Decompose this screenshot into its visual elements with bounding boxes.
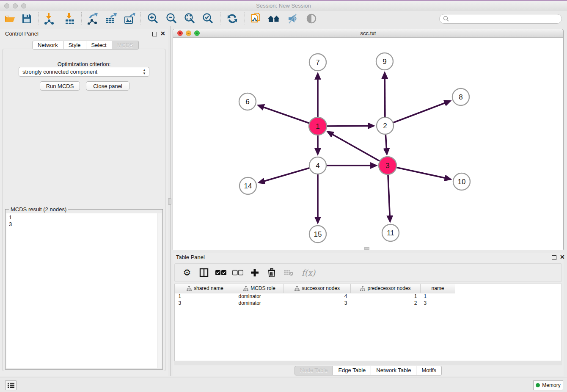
task-history-button[interactable] xyxy=(5,380,17,390)
network-view-window: ✕ − + scc.txt 1234678910111415 xyxy=(173,29,564,250)
control-panel-title: Control Panel xyxy=(5,30,39,37)
close-window-button[interactable] xyxy=(4,3,9,8)
search-input[interactable] xyxy=(449,16,561,22)
hide-selected-button[interactable] xyxy=(286,13,299,25)
search-field-container xyxy=(439,14,562,24)
panel-divider-handle[interactable] xyxy=(168,198,171,205)
network-graph[interactable]: 1234678910111415 xyxy=(173,38,563,250)
network-canvas[interactable]: 1234678910111415 xyxy=(173,38,563,250)
delete-row-button[interactable] xyxy=(266,267,277,278)
import-network-button[interactable] xyxy=(43,13,56,25)
table-tabs: Node Table Edge Table Network Table Moti… xyxy=(173,366,564,375)
zoom-network-button[interactable]: + xyxy=(194,30,200,36)
select-stepper-icon: ▲▼ xyxy=(143,69,146,75)
graph-node-label-15: 15 xyxy=(314,230,322,238)
close-table-panel-icon[interactable]: ✕ xyxy=(560,254,565,259)
graph-node-label-11: 11 xyxy=(387,229,394,237)
graph-edge-4-14[interactable] xyxy=(259,166,318,182)
memory-button[interactable]: Memory xyxy=(533,380,563,390)
zoom-fit-button[interactable] xyxy=(183,13,196,25)
import-table-button[interactable] xyxy=(63,13,76,25)
close-panel-button[interactable]: Close panel xyxy=(86,81,129,91)
zoom-window-button[interactable] xyxy=(21,3,26,8)
tab-motifs[interactable]: Motifs xyxy=(416,366,442,375)
graph-edge-3-1[interactable] xyxy=(328,132,388,166)
toolbar-separator xyxy=(38,12,39,25)
result-line: 1 xyxy=(9,214,159,221)
graph-edge-2-8[interactable] xyxy=(385,101,450,126)
select-all-icon xyxy=(215,270,226,276)
delete-table-button[interactable] xyxy=(283,267,294,278)
import-network-icon xyxy=(44,13,55,25)
tab-edge-table[interactable]: Edge Table xyxy=(333,366,371,375)
result-scrollbar[interactable] xyxy=(157,213,162,368)
refresh-icon xyxy=(226,13,238,25)
hierarchy-icon xyxy=(360,286,365,291)
zoom-out-button[interactable] xyxy=(165,13,178,25)
column-header-mcds-role[interactable]: MCDS role xyxy=(235,284,284,293)
result-line: 3 xyxy=(9,221,159,228)
select-all-button[interactable] xyxy=(215,267,226,278)
criterion-select[interactable]: strongly connected component ▲▼ xyxy=(19,67,149,77)
export-image-button[interactable] xyxy=(123,13,136,25)
column-header-name[interactable]: name xyxy=(421,284,455,293)
tab-select[interactable]: Select xyxy=(86,41,112,50)
tab-network-table[interactable]: Network Table xyxy=(371,366,416,375)
canvas-resize-handle[interactable] xyxy=(364,247,369,250)
fx-icon: f(x) xyxy=(302,268,316,277)
show-hidden-button[interactable] xyxy=(305,13,318,25)
float-table-panel-icon[interactable] xyxy=(552,255,556,260)
table-footer-strip xyxy=(174,361,562,365)
hierarchy-icon xyxy=(187,286,192,291)
export-table-button[interactable] xyxy=(105,13,117,25)
graph-node-label-4: 4 xyxy=(316,162,319,170)
mcds-result-text[interactable]: 1 3 xyxy=(6,213,162,368)
memory-status-icon xyxy=(536,383,540,387)
minimize-window-button[interactable] xyxy=(13,3,18,8)
table-row[interactable]: 1dominator411 xyxy=(175,293,455,300)
minimize-network-button[interactable]: − xyxy=(186,30,191,36)
import-table-icon xyxy=(64,13,76,25)
zoom-in-button[interactable] xyxy=(146,13,159,25)
float-panel-icon[interactable] xyxy=(152,32,157,36)
tab-node-table[interactable]: Node Table xyxy=(295,366,333,375)
tab-style[interactable]: Style xyxy=(63,41,86,50)
app-title: Session: New Session xyxy=(0,1,567,11)
save-icon xyxy=(22,14,32,24)
graph-edge-3-10[interactable] xyxy=(388,166,450,179)
unselect-all-button[interactable] xyxy=(232,267,243,278)
export-network-button[interactable] xyxy=(86,13,99,25)
criterion-value: strongly connected component xyxy=(22,69,97,75)
export-image-icon xyxy=(124,13,135,25)
node-table: shared name MCDS role successor nodes pr… xyxy=(174,284,562,361)
delete-table-icon xyxy=(284,269,294,276)
graph-node-label-8: 8 xyxy=(459,93,462,101)
table-settings-button[interactable]: ⚙ xyxy=(182,267,193,278)
graph-node-label-9: 9 xyxy=(383,58,386,66)
save-session-button[interactable] xyxy=(20,13,33,25)
gear-icon: ⚙ xyxy=(183,268,191,278)
show-columns-button[interactable] xyxy=(198,267,209,278)
open-file-button[interactable] xyxy=(3,13,16,25)
add-row-button[interactable] xyxy=(249,267,260,278)
graph-node-label-1: 1 xyxy=(316,122,319,130)
function-builder-button[interactable]: f(x) xyxy=(300,267,317,278)
main-toolbar xyxy=(0,11,567,26)
run-mcds-button[interactable]: Run MCDS xyxy=(40,81,80,91)
refresh-button[interactable] xyxy=(226,13,239,25)
zoom-selected-icon xyxy=(202,13,214,25)
clone-network-button[interactable] xyxy=(250,13,262,25)
network-window-titlebar[interactable]: ✕ − + scc.txt xyxy=(173,29,563,38)
zoom-selected-button[interactable] xyxy=(201,13,214,25)
tab-network[interactable]: Network xyxy=(32,41,63,50)
graph-node-label-2: 2 xyxy=(383,122,387,130)
column-header-shared-name[interactable]: shared name xyxy=(175,284,235,293)
close-network-button[interactable]: ✕ xyxy=(177,30,183,36)
table-row[interactable]: 3dominator323 xyxy=(175,300,455,306)
tab-mcds[interactable]: MCDS xyxy=(112,41,139,50)
column-header-successor-nodes[interactable]: successor nodes xyxy=(284,284,351,293)
column-header-predecessor-nodes[interactable]: predecessor nodes xyxy=(351,284,421,293)
graph-node-label-10: 10 xyxy=(458,178,466,186)
close-panel-icon[interactable]: ✕ xyxy=(160,31,165,36)
home-button[interactable] xyxy=(267,13,280,25)
